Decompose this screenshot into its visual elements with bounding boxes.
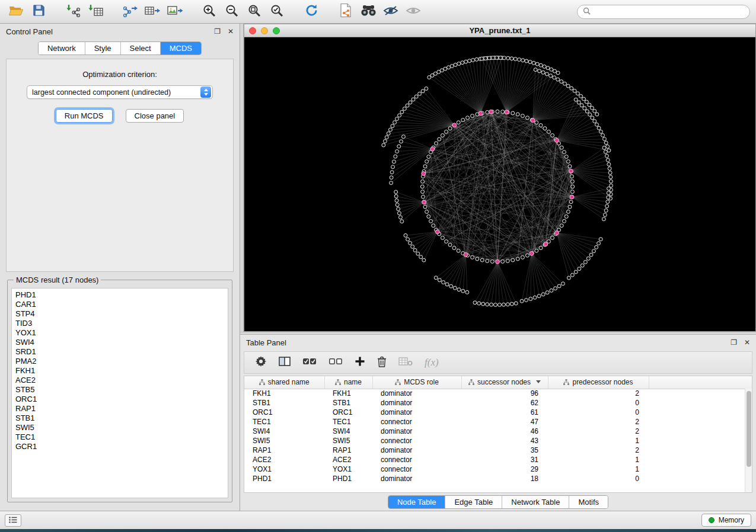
column-header-mcds-role[interactable]: MCDS role — [372, 376, 461, 389]
column-header-name[interactable]: name — [324, 376, 372, 389]
table-cell[interactable]: ORC1 — [244, 408, 324, 417]
share-document-button[interactable] — [336, 3, 356, 21]
table-cell[interactable]: 2 — [548, 427, 649, 436]
table-cell[interactable]: 46 — [461, 427, 548, 436]
export-table-button[interactable] — [142, 3, 162, 21]
table-cell[interactable]: ACE2 — [244, 455, 324, 464]
zoom-out-button[interactable] — [222, 3, 242, 21]
table-cell[interactable]: ORC1 — [324, 408, 372, 417]
search-input[interactable] — [594, 8, 744, 16]
minimize-window-icon[interactable] — [261, 27, 268, 34]
show-panels-button[interactable] — [403, 3, 423, 21]
table-cell[interactable]: 2 — [548, 389, 649, 398]
column-header-successor-nodes[interactable]: successor nodes — [461, 376, 548, 389]
float-panel-icon[interactable]: ❐ — [731, 338, 737, 347]
tab-network-table[interactable]: Network Table — [502, 496, 569, 508]
table-cell[interactable]: YOX1 — [244, 464, 324, 474]
table-cell[interactable]: 62 — [461, 398, 548, 408]
table-cell[interactable]: YOX1 — [324, 464, 372, 474]
mcds-result-item[interactable]: TID3 — [15, 319, 224, 328]
delete-column-button[interactable] — [377, 356, 387, 370]
mcds-result-item[interactable]: SRD1 — [15, 347, 224, 357]
table-cell[interactable]: 0 — [548, 474, 649, 483]
table-cell[interactable]: 2 — [548, 417, 649, 427]
table-cell[interactable]: dominator — [372, 408, 461, 417]
table-cell[interactable]: TEC1 — [244, 417, 324, 427]
column-header-predecessor-nodes[interactable]: predecessor nodes — [548, 376, 649, 389]
tab-select[interactable]: Select — [121, 42, 161, 55]
column-settings-button[interactable] — [255, 355, 267, 370]
zoom-selected-button[interactable] — [267, 3, 287, 21]
table-row[interactable]: SWI5SWI5connector431 — [244, 436, 752, 446]
table-cell[interactable]: connector — [372, 455, 461, 464]
mcds-result-item[interactable]: RAP1 — [15, 404, 224, 414]
open-folder-button[interactable] — [6, 3, 26, 21]
table-row[interactable]: RAP1RAP1dominator352 — [244, 446, 752, 455]
table-cell[interactable]: ACE2 — [324, 455, 372, 464]
close-panel-icon[interactable]: ✕ — [744, 338, 750, 347]
export-network-button[interactable] — [120, 3, 140, 21]
table-cell[interactable]: 31 — [461, 455, 548, 464]
table-row[interactable]: YOX1YOX1connector291 — [244, 464, 752, 474]
table-cell[interactable]: dominator — [372, 389, 461, 398]
delete-table-button[interactable] — [398, 357, 413, 368]
mcds-result-item[interactable]: FKH1 — [15, 366, 224, 376]
tab-mcds[interactable]: MCDS — [161, 42, 201, 55]
import-network-button[interactable] — [63, 3, 83, 21]
search-network-button[interactable] — [358, 3, 378, 21]
scrollbar-thumb[interactable] — [747, 391, 751, 467]
table-cell[interactable]: FKH1 — [244, 389, 324, 398]
table-cell[interactable]: connector — [372, 417, 461, 427]
table-row[interactable]: STB1STB1dominator620 — [244, 398, 752, 408]
zoom-fit-button[interactable] — [244, 3, 264, 21]
mcds-result-item[interactable]: SWI5 — [15, 423, 224, 432]
table-cell[interactable]: 29 — [461, 464, 548, 474]
table-cell[interactable]: connector — [372, 464, 461, 474]
table-cell[interactable]: SWI4 — [324, 427, 372, 436]
float-panel-icon[interactable]: ❐ — [214, 27, 221, 36]
table-cell[interactable]: SWI5 — [324, 436, 372, 446]
close-panel-icon[interactable]: ✕ — [228, 27, 234, 36]
table-cell[interactable]: 2 — [548, 446, 649, 455]
table-cell[interactable]: 47 — [461, 417, 548, 427]
table-cell[interactable]: 0 — [548, 408, 649, 417]
mcds-result-item[interactable]: PHD1 — [15, 290, 224, 300]
table-cell[interactable]: connector — [372, 436, 461, 446]
export-image-button[interactable] — [165, 3, 185, 21]
mcds-result-item[interactable]: ACE2 — [15, 376, 224, 385]
table-cell[interactable]: 96 — [461, 389, 548, 398]
zoom-in-button[interactable] — [199, 3, 219, 21]
save-session-button[interactable] — [28, 3, 49, 21]
show-columns-button[interactable] — [279, 356, 291, 369]
table-cell[interactable]: 61 — [461, 408, 548, 417]
table-cell[interactable]: dominator — [372, 474, 461, 483]
table-cell[interactable]: 1 — [548, 436, 649, 446]
table-cell[interactable]: 43 — [461, 436, 548, 446]
table-cell[interactable]: 1 — [548, 464, 649, 474]
table-row[interactable]: PHD1PHD1dominator180 — [244, 474, 752, 483]
optimization-criterion-select[interactable]: largest connected component (undirected) — [27, 85, 213, 99]
table-cell[interactable]: TEC1 — [324, 417, 372, 427]
hide-panels-button[interactable] — [381, 3, 401, 21]
add-column-button[interactable] — [355, 356, 365, 369]
tab-edge-table[interactable]: Edge Table — [445, 496, 502, 508]
close-window-icon[interactable] — [249, 27, 256, 34]
table-cell[interactable]: RAP1 — [244, 446, 324, 455]
mcds-result-item[interactable]: PMA2 — [15, 357, 224, 366]
table-cell[interactable]: dominator — [372, 446, 461, 455]
mcds-result-item[interactable]: STP4 — [15, 309, 224, 319]
table-cell[interactable]: dominator — [372, 427, 461, 436]
table-row[interactable]: SWI4SWI4dominator462 — [244, 427, 752, 436]
tab-style[interactable]: Style — [85, 42, 121, 55]
deselect-all-rows-button[interactable] — [328, 357, 343, 368]
table-cell[interactable]: STB1 — [324, 398, 372, 408]
table-cell[interactable]: PHD1 — [244, 474, 324, 483]
table-cell[interactable]: dominator — [372, 398, 461, 408]
table-cell[interactable]: 0 — [548, 398, 649, 408]
table-row[interactable]: FKH1FKH1dominator962 — [244, 389, 752, 398]
table-cell[interactable]: RAP1 — [324, 446, 372, 455]
table-cell[interactable]: SWI4 — [244, 427, 324, 436]
mcds-result-list[interactable]: PHD1CAR1STP4TID3YOX1SWI4SRD1PMA2FKH1ACE2… — [11, 288, 228, 498]
table-cell[interactable]: STB1 — [244, 398, 324, 408]
table-row[interactable]: ACE2ACE2connector311 — [244, 455, 752, 464]
